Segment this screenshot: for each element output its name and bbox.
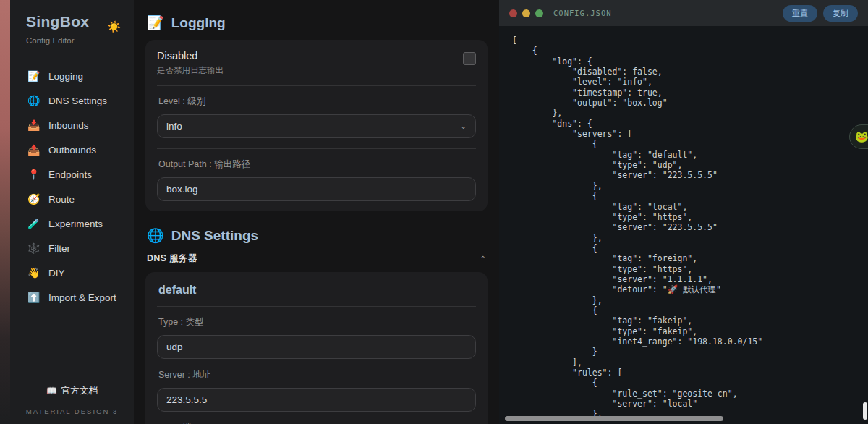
- logging-section-icon: 📝: [147, 14, 164, 31]
- level-label: Level : 级别: [158, 96, 476, 108]
- sidebar-item-label: Filter: [48, 243, 70, 254]
- sidebar-item-filter[interactable]: 🕸️ Filter: [0, 236, 134, 260]
- sidebar-footer: 📖官方文档 MATERIAL DESIGN 3: [0, 376, 134, 424]
- sidebar-item-outbounds[interactable]: 📤 Outbounds: [0, 137, 134, 162]
- sidebar-item-label: Endpoints: [48, 169, 92, 180]
- minimize-icon[interactable]: [522, 9, 530, 17]
- dns-section-header: 🌐 DNS Settings: [147, 227, 488, 244]
- horizontal-scrollbar[interactable]: [505, 416, 723, 421]
- test-tube-icon: 🧪: [27, 218, 39, 229]
- logging-section-header: 📝 Logging: [147, 14, 488, 31]
- sidebar: SingBox ☀️ Config Editor 📝 Logging 🌐 DNS…: [0, 0, 134, 424]
- divider: [157, 148, 476, 149]
- sidebar-item-label: Experiments: [48, 219, 103, 229]
- disabled-checkbox[interactable]: [463, 52, 476, 65]
- app-title: SingBox: [26, 13, 89, 30]
- vertical-scrollbar[interactable]: [863, 402, 867, 420]
- book-icon: 📖: [46, 386, 57, 396]
- frog-icon: 🐸: [855, 130, 868, 143]
- close-icon[interactable]: [509, 9, 517, 17]
- disabled-hint: 是否禁用日志输出: [157, 65, 224, 76]
- code-viewport[interactable]: [ { "log": { "disabled": false, "level":…: [499, 26, 868, 424]
- frog-floating-button[interactable]: 🐸: [849, 124, 868, 149]
- traffic-lights: [509, 9, 543, 17]
- logging-card: Disabled 是否禁用日志输出 Level : 级别 info ⌄ Outp…: [145, 40, 488, 211]
- sidebar-item-label: Inbounds: [48, 120, 89, 131]
- server-label: Server : 地址: [158, 369, 476, 381]
- outbox-icon: 📤: [27, 144, 39, 156]
- dns-server-card: default Type : 类型 Server : 地址 Port : 端口 …: [145, 272, 488, 424]
- output-path-label: Output Path : 输出路径: [158, 158, 476, 171]
- config-json-code: [ { "log": { "disabled": false, "level":…: [512, 35, 868, 420]
- sidebar-item-label: DIY: [48, 268, 65, 279]
- editor-header: CONFIG.JSON 重置 复制: [499, 0, 868, 26]
- type-label: Type : 类型: [158, 316, 476, 328]
- disabled-row: Disabled 是否禁用日志输出: [157, 50, 476, 76]
- dns-servers-header-label: DNS 服务器: [147, 253, 197, 265]
- editor-actions: 重置 复制: [783, 5, 858, 22]
- sidebar-nav: 📝 Logging 🌐 DNS Settings 📥 Inbounds 📤 Ou…: [0, 64, 134, 310]
- sidebar-item-route[interactable]: 🧭 Route: [0, 187, 134, 211]
- app-window: SingBox ☀️ Config Editor 📝 Logging 🌐 DNS…: [0, 0, 868, 424]
- globe-icon: 🌐: [27, 95, 39, 106]
- sidebar-item-label: DNS Settings: [48, 96, 107, 106]
- level-select[interactable]: info ⌄: [157, 114, 476, 138]
- divider: [157, 85, 476, 86]
- server-input[interactable]: [166, 394, 467, 405]
- divider: [157, 306, 476, 307]
- sidebar-header: SingBox ☀️ Config Editor: [0, 0, 134, 45]
- sidebar-item-import-export[interactable]: ⬆️ Import & Export: [0, 285, 134, 310]
- spider-web-icon: 🕸️: [27, 242, 39, 254]
- type-input[interactable]: [166, 342, 467, 352]
- sidebar-item-experiments[interactable]: 🧪 Experiments: [0, 211, 134, 236]
- logging-icon: 📝: [27, 70, 39, 82]
- waving-hand-icon: 👋: [27, 267, 39, 279]
- arrow-up-icon: ⬆️: [27, 292, 39, 303]
- level-select-value: info: [166, 121, 182, 132]
- dns-servers-group-header[interactable]: DNS 服务器 ⌃: [147, 253, 486, 265]
- official-docs-link[interactable]: 📖官方文档: [10, 385, 134, 397]
- sidebar-item-logging[interactable]: 📝 Logging: [0, 64, 134, 88]
- dns-section-icon: 🌐: [147, 227, 164, 244]
- sidebar-item-dns-settings[interactable]: 🌐 DNS Settings: [0, 88, 134, 113]
- disabled-label: Disabled: [157, 50, 224, 62]
- pushpin-icon: 📍: [27, 169, 39, 180]
- compass-icon: 🧭: [27, 193, 39, 205]
- dns-server-card-title: default: [158, 284, 476, 297]
- maximize-icon[interactable]: [535, 9, 543, 17]
- chevron-down-icon: ⌄: [461, 122, 467, 130]
- dns-section-title: DNS Settings: [171, 228, 258, 244]
- inbox-icon: 📥: [27, 119, 39, 131]
- logging-section-title: Logging: [171, 15, 226, 31]
- sidebar-item-diy[interactable]: 👋 DIY: [0, 260, 134, 285]
- editor-filename: CONFIG.JSON: [553, 9, 612, 17]
- code-editor-panel: CONFIG.JSON 重置 复制 [ { "log": { "disabled…: [499, 0, 868, 424]
- sidebar-item-label: Route: [48, 194, 75, 205]
- output-path-input[interactable]: [166, 184, 467, 195]
- output-path-field-wrap: [157, 177, 476, 201]
- copy-button[interactable]: 复制: [823, 5, 858, 22]
- server-field-wrap: [157, 388, 476, 412]
- sidebar-edge-gradient: [0, 0, 10, 424]
- sidebar-item-label: Logging: [48, 71, 83, 82]
- sidebar-item-label: Import & Export: [48, 292, 116, 303]
- material-design-note: MATERIAL DESIGN 3: [10, 407, 134, 415]
- sidebar-item-endpoints[interactable]: 📍 Endpoints: [0, 162, 134, 187]
- app-subtitle: Config Editor: [26, 36, 121, 45]
- config-form-panel: 📝 Logging Disabled 是否禁用日志输出 Level : 级别 i…: [134, 0, 499, 424]
- sidebar-item-inbounds[interactable]: 📥 Inbounds: [0, 113, 134, 137]
- sidebar-item-label: Outbounds: [48, 145, 96, 156]
- reset-button[interactable]: 重置: [783, 5, 817, 22]
- official-docs-label: 官方文档: [61, 386, 98, 396]
- chevron-up-icon[interactable]: ⌃: [480, 255, 486, 263]
- type-field-wrap: [157, 335, 476, 359]
- theme-toggle-sun-icon[interactable]: ☀️: [107, 20, 121, 33]
